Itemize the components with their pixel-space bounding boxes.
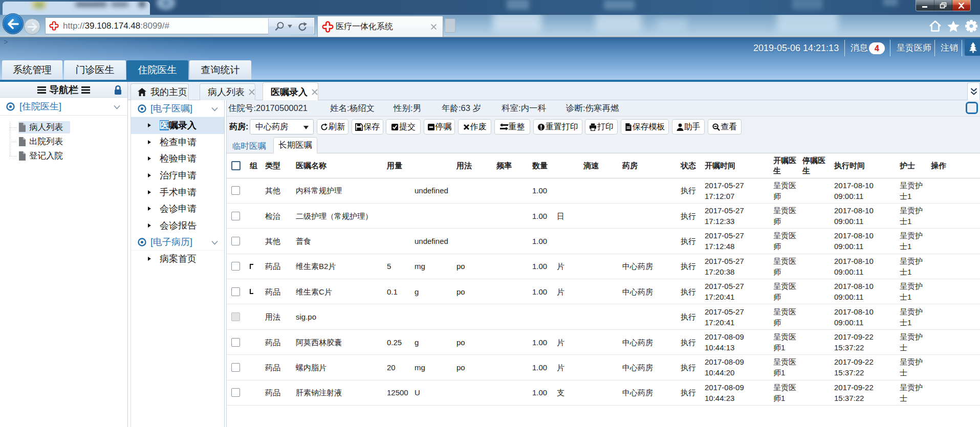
- cell-unit: g: [409, 329, 451, 354]
- cell-exec: 2017-08-10 09:00:11: [829, 178, 895, 203]
- menu-item-exam-request[interactable]: 检查申请: [131, 134, 224, 151]
- favorites-star-icon[interactable]: [947, 20, 960, 33]
- save-template-button[interactable]: 保存模板: [621, 119, 669, 134]
- row-checkbox[interactable]: [231, 338, 240, 347]
- assistant-button[interactable]: 助手: [672, 119, 705, 134]
- row-checkbox[interactable]: [231, 186, 240, 195]
- browser-tab[interactable]: 医疗一体化系统: [317, 16, 443, 37]
- menu-item-label: 手术申请: [160, 186, 197, 198]
- row-checkbox[interactable]: [231, 262, 240, 271]
- tree-notification-tile[interactable]: [965, 39, 980, 56]
- cell-drip: [578, 329, 617, 354]
- column-header: 用法: [451, 153, 491, 178]
- doc-tab-patient-list[interactable]: 病人列表: [200, 83, 255, 100]
- void-button[interactable]: 作废: [458, 119, 491, 134]
- browser-forward-button[interactable]: [24, 18, 40, 35]
- view-button[interactable]: 查看: [708, 119, 742, 134]
- doc-tab-home[interactable]: 我的主页: [130, 83, 189, 100]
- triangle-right-icon: [148, 207, 151, 211]
- nav-tab-system[interactable]: 系统管理: [2, 60, 62, 80]
- tree-item-label: 出院列表: [29, 136, 63, 147]
- cell-op: [926, 355, 980, 380]
- order-row: 药品维生素C片0.1gpo1.00片中心药房执行2017-05-27 17:20…: [227, 279, 980, 304]
- cell-qtyunit: [552, 178, 578, 203]
- home-icon[interactable]: [928, 19, 942, 33]
- tab-longterm-orders[interactable]: 长期医嘱: [273, 137, 317, 153]
- row-checkbox[interactable]: [231, 237, 240, 245]
- home-small-icon: [138, 88, 146, 96]
- window-controls: [916, 0, 971, 11]
- tree-item-patient-list[interactable]: 病人列表: [0, 122, 63, 133]
- menu-item-treatment-request[interactable]: 治疗申请: [131, 167, 224, 184]
- search-icon[interactable]: [275, 21, 285, 31]
- row-checkbox[interactable]: [231, 363, 240, 372]
- window-close-button[interactable]: [952, 0, 970, 11]
- rearrange-button[interactable]: 重整: [494, 119, 530, 134]
- cell-exec: 2017-08-10 09:00:11: [829, 254, 895, 279]
- cell-qty: 1.00: [527, 229, 552, 254]
- url-text[interactable]: http://39.108.174.48:8099/#: [63, 21, 169, 31]
- order-row: 药品阿莫西林胶囊0.25gpo1.00片中心药房执行2017-08-09 10:…: [227, 329, 980, 354]
- menu-item-lab-request[interactable]: 检验申请: [131, 150, 224, 167]
- sidebar-accordion-inpatient[interactable]: [住院医生]: [0, 98, 127, 116]
- tab-close-icon[interactable]: [312, 89, 318, 95]
- window-minimize-button[interactable]: [916, 0, 934, 11]
- doc-tab-order-entry[interactable]: 医嘱录入: [263, 82, 318, 101]
- tab-close-icon[interactable]: [430, 24, 437, 30]
- lock-icon[interactable]: [114, 85, 122, 95]
- cell-name: 维生素B2片: [291, 254, 382, 279]
- pharmacy-select[interactable]: 中心药房: [250, 119, 314, 134]
- menu-item-surgery-request[interactable]: 手术申请: [131, 184, 224, 200]
- refresh-icon[interactable]: [297, 21, 308, 32]
- menu-item-case-front-page[interactable]: 病案首页: [131, 251, 224, 267]
- menu-section-emr[interactable]: [电子病历]: [131, 234, 224, 251]
- tree-item-admission[interactable]: 登记入院: [0, 150, 63, 162]
- double-chevron-down-icon: [970, 88, 977, 95]
- tab-favicon-cross: [322, 21, 334, 33]
- order-menu-panel: [电子医嘱] 医嘱录入 检查申请 检验申请 治疗申请 手术申请 会诊申请 会诊报…: [130, 100, 225, 427]
- select-all-checkbox[interactable]: [231, 161, 241, 170]
- menu-section-orders[interactable]: [电子医嘱]: [131, 100, 224, 117]
- workspace: 导航栏 [住院医生] 病人列表: [0, 82, 980, 427]
- toolbar-button-label: 重整: [509, 122, 525, 132]
- menu-item-consult-report[interactable]: 会诊报告: [131, 217, 224, 234]
- window-restore-button[interactable]: [934, 0, 953, 11]
- tab-close-icon[interactable]: [249, 89, 255, 95]
- messages-count-badge[interactable]: 4: [869, 42, 885, 54]
- tab-temporary-orders[interactable]: 临时医嘱: [227, 139, 272, 153]
- header-messages-link[interactable]: 消息: [851, 42, 868, 54]
- browser-back-button[interactable]: [3, 13, 24, 34]
- file-text-icon: [625, 123, 632, 131]
- menu-item-order-entry[interactable]: 医嘱录入: [131, 117, 224, 134]
- header-user-name[interactable]: 呈贡医师: [897, 42, 931, 54]
- submit-button[interactable]: 提交: [386, 119, 421, 134]
- patient-sex: 性别:男: [394, 103, 421, 114]
- reset-print-button[interactable]: 重置打印: [533, 119, 582, 134]
- refresh-button[interactable]: 刷新: [317, 119, 349, 134]
- menu-item-label: 会诊报告: [160, 219, 197, 232]
- logout-link[interactable]: 注销: [941, 42, 958, 54]
- tree-item-label: 病人列表: [29, 122, 63, 133]
- browser-address-bar[interactable]: http://39.108.174.48:8099/#: [45, 17, 315, 34]
- cell-op: [926, 329, 980, 354]
- row-checkbox[interactable]: [231, 212, 240, 220]
- settings-gear-icon[interactable]: [965, 19, 978, 33]
- nav-tab-query[interactable]: 查询统计: [189, 60, 251, 80]
- file-icon: [18, 137, 26, 146]
- toolbar-button-label: 助手: [684, 122, 701, 132]
- collapse-tabs-button[interactable]: [967, 82, 980, 100]
- row-checkbox[interactable]: [231, 388, 240, 397]
- nav-tab-outpatient[interactable]: 门诊医生: [64, 60, 126, 80]
- patient-bar-checkbox[interactable]: [966, 102, 978, 114]
- row-checkbox[interactable]: [231, 287, 240, 296]
- stop-order-button[interactable]: 停嘱: [424, 119, 455, 134]
- print-button[interactable]: 打印: [585, 119, 618, 134]
- nav-tab-inpatient[interactable]: 住院医生: [126, 60, 188, 80]
- order-row: 药品肝素钠注射液12500U1.00支中心药房执行2017-08-09 10:4…: [227, 380, 980, 405]
- address-dropdown-caret[interactable]: [288, 25, 292, 28]
- save-button[interactable]: 保存: [352, 119, 383, 134]
- new-tab-button[interactable]: [445, 18, 455, 33]
- cell-status: 执行: [676, 229, 700, 254]
- menu-item-consult-request[interactable]: 会诊申请: [131, 200, 224, 217]
- tree-item-discharge-list[interactable]: 出院列表: [0, 136, 63, 147]
